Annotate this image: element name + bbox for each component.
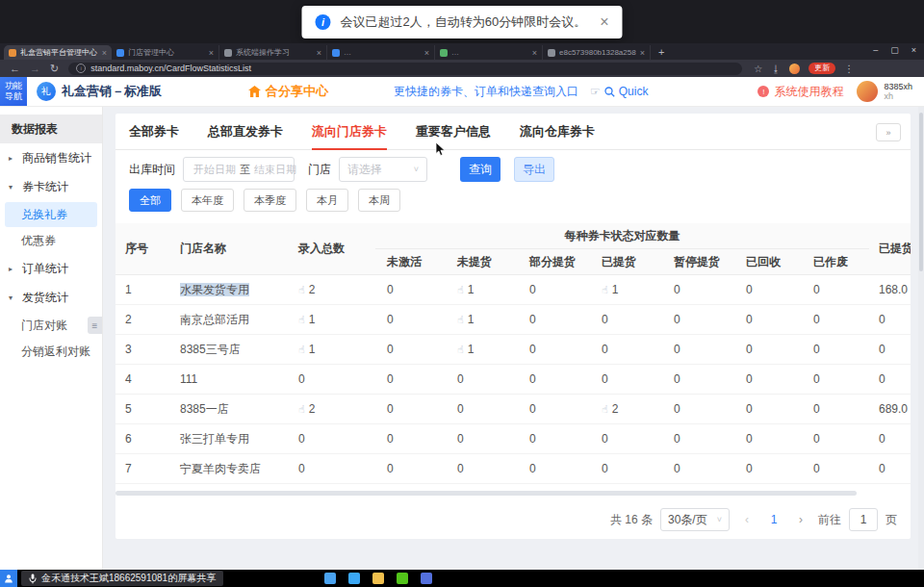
quick-search-link[interactable]: Quick xyxy=(604,85,649,98)
cell-status: 0 xyxy=(518,484,590,490)
cell-status[interactable]: ☝1 xyxy=(590,275,662,305)
folder-icon[interactable] xyxy=(372,573,384,584)
toast-close-icon[interactable]: × xyxy=(600,14,608,30)
cell-status: 0 xyxy=(662,484,734,490)
cell-seq: 3 xyxy=(116,335,168,365)
tab-item[interactable]: 全部券卡 xyxy=(129,114,179,150)
app-icon[interactable] xyxy=(421,573,432,584)
tutorial-link[interactable]: ! 系统使用教程 xyxy=(757,84,843,100)
page-scrollbar-thumb[interactable] xyxy=(919,113,923,271)
sidebar-item[interactable]: 门店对账 xyxy=(5,313,97,338)
tab-active[interactable]: 流向门店券卡 xyxy=(312,114,387,150)
store-select[interactable]: 请选择 ˅ xyxy=(339,157,427,182)
sidebar-group[interactable]: ▾发货统计 xyxy=(0,283,102,312)
quick-filter-chip[interactable]: 本季度 xyxy=(244,189,296,212)
tab-close-icon[interactable]: × xyxy=(102,48,107,58)
search-button[interactable]: 查询 xyxy=(460,157,500,182)
browser-tab[interactable]: …× xyxy=(327,45,435,60)
browser-tab[interactable]: …× xyxy=(435,45,543,60)
tab-close-icon[interactable]: × xyxy=(640,48,645,58)
cell-amount: 0 xyxy=(869,305,911,335)
back-icon[interactable]: ← xyxy=(10,64,20,74)
cell-status[interactable]: ☝1 xyxy=(446,335,518,365)
cell-status[interactable]: ☝1 xyxy=(446,484,518,490)
maximize-icon[interactable]: ▢ xyxy=(890,45,899,55)
cell-status[interactable]: ☝1 xyxy=(446,305,518,335)
profile-avatar[interactable] xyxy=(789,64,800,74)
tab-close-icon[interactable]: × xyxy=(424,48,429,58)
site-info-icon[interactable]: i xyxy=(76,64,86,73)
cell-total[interactable]: ☝5 xyxy=(287,484,375,490)
user-name-sub: xh xyxy=(884,91,912,101)
tab-close-icon[interactable]: × xyxy=(532,48,537,58)
page-scrollbar[interactable] xyxy=(918,107,924,570)
tab-favicon xyxy=(116,49,124,57)
cell-status: 0 xyxy=(375,424,446,454)
cell-total[interactable]: ☝1 xyxy=(287,335,375,365)
prev-page-button[interactable]: ‹ xyxy=(737,508,757,531)
quick-filter-chip[interactable]: 本周 xyxy=(358,189,400,212)
scrollbar-thumb[interactable] xyxy=(116,491,857,496)
quick-entry-link[interactable]: 更快捷的券卡、订单和快递查询入口 xyxy=(394,84,578,100)
browser-update-button[interactable]: 更新 xyxy=(808,63,835,74)
menu-kebab-icon[interactable]: ⋮ xyxy=(844,64,854,74)
tab-item[interactable]: 流向仓库券卡 xyxy=(520,114,595,150)
download-icon[interactable]: ⭳ xyxy=(771,64,781,74)
share-center-link[interactable]: 合分享中心 xyxy=(248,83,328,100)
browser-tab[interactable]: 门店管理中心× xyxy=(112,45,219,60)
date-range-picker[interactable]: 开始日期 至 结束日期 xyxy=(183,157,295,182)
bookmark-star-icon[interactable]: ☆ xyxy=(754,64,762,74)
sidebar-group[interactable]: ▾券卡统计 xyxy=(0,172,102,201)
cell-status: 0 xyxy=(662,335,734,365)
new-tab-button[interactable]: + xyxy=(658,46,664,58)
address-bar[interactable]: i standard.maboy.cn/CardFlowStatisticsLi… xyxy=(68,63,742,75)
quick-filter-chip[interactable]: 本年度 xyxy=(181,189,234,212)
next-page-button[interactable]: › xyxy=(791,508,810,531)
browser-tab[interactable]: 礼盒营销平台管理中心× xyxy=(4,45,112,60)
tab-close-icon[interactable]: × xyxy=(317,48,321,58)
export-button[interactable]: 导出 xyxy=(514,157,554,182)
tab-list: 礼盒营销平台管理中心×门店管理中心×系统端操作学习×…×…×e8c573980b… xyxy=(4,45,651,60)
sidebar-group[interactable]: ▸订单统计 xyxy=(0,254,102,283)
cell-store-name: 111 xyxy=(168,365,287,395)
browser-icon[interactable] xyxy=(348,573,360,584)
cell-status[interactable]: ☝1 xyxy=(446,275,518,305)
browser-tab[interactable]: e8c573980b1328a258fd2e6f…× xyxy=(543,45,651,60)
chat-icon[interactable] xyxy=(397,573,408,584)
function-nav-button[interactable]: 功能导航 xyxy=(0,77,27,106)
cell-status: 0 xyxy=(802,454,869,484)
current-page[interactable]: 1 xyxy=(764,508,783,531)
minimize-icon[interactable]: – xyxy=(873,45,878,55)
cell-status[interactable]: ☝2 xyxy=(590,395,662,424)
sidebar-item[interactable]: 分销返利对账 xyxy=(5,339,97,364)
expand-tabs-button[interactable]: » xyxy=(876,123,901,141)
cell-total[interactable]: ☝2 xyxy=(287,395,375,424)
cell-status: 0 xyxy=(446,365,518,395)
reload-icon[interactable]: ↻ xyxy=(50,64,59,74)
info-icon: i xyxy=(315,14,330,30)
tab-item[interactable]: 重要客户信息 xyxy=(416,114,491,150)
cell-total[interactable]: ☝1 xyxy=(287,305,375,335)
cell-status: 0 xyxy=(375,395,446,424)
quick-filter-chip[interactable]: 本月 xyxy=(306,189,348,212)
tab-item[interactable]: 总部直发券卡 xyxy=(208,114,283,150)
forward-icon[interactable]: → xyxy=(30,64,40,74)
page-unit-label: 页 xyxy=(886,512,897,528)
tab-close-icon[interactable]: × xyxy=(209,48,214,58)
cell-status[interactable]: ☝4 xyxy=(590,484,662,490)
user-avatar[interactable] xyxy=(857,81,878,102)
sidebar-group[interactable]: ▸商品销售统计 xyxy=(0,143,102,172)
cell-store-name: 水果发货专用 xyxy=(168,275,287,305)
cell-total[interactable]: ☝2 xyxy=(287,275,375,305)
start-icon[interactable] xyxy=(324,573,336,584)
screen-share-indicator: 金禾通技术王斌18662591081的屏幕共享 xyxy=(21,571,223,586)
page-size-select[interactable]: 30条/页 ˅ xyxy=(660,508,730,531)
close-icon[interactable]: × xyxy=(911,45,916,55)
goto-page-input[interactable]: 1 xyxy=(849,508,878,531)
sidebar-item[interactable]: 优惠券 xyxy=(5,228,97,253)
horizontal-scrollbar[interactable] xyxy=(116,491,911,496)
sidebar-collapse-handle[interactable]: ≡ xyxy=(88,317,102,334)
quick-filter-chip[interactable]: 全部 xyxy=(129,189,171,212)
sidebar-item[interactable]: 兑换礼券 xyxy=(5,202,97,227)
browser-tab[interactable]: 系统端操作学习× xyxy=(219,45,327,60)
